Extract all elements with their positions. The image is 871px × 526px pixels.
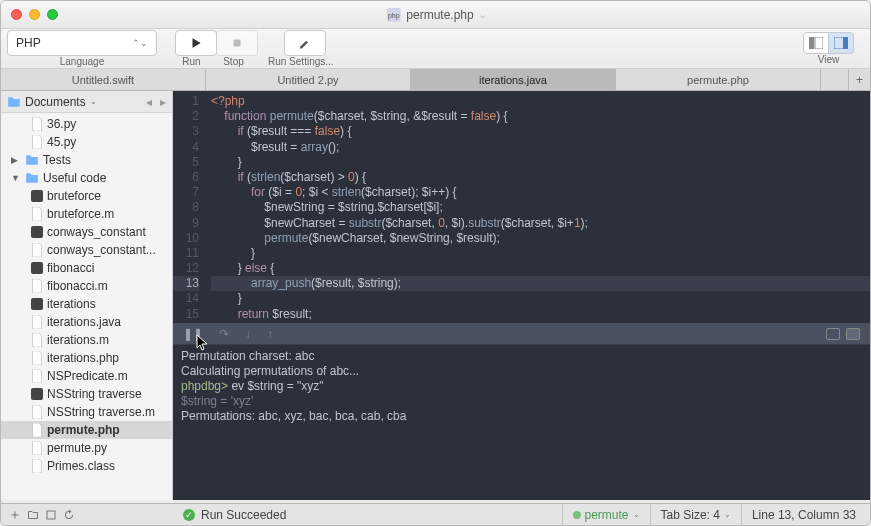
language-value: PHP [16, 36, 41, 50]
tree-file[interactable]: 36.py [1, 115, 172, 133]
success-icon: ✓ [183, 509, 195, 521]
action-icon[interactable] [45, 509, 57, 521]
tab[interactable]: Untitled 2.py [206, 69, 411, 90]
step-down-icon[interactable]: ↓ [245, 327, 251, 341]
tree-file[interactable]: conways_constant [1, 223, 172, 241]
tab[interactable]: permute.php [616, 69, 821, 90]
tree-file[interactable]: Primes.class [1, 457, 172, 475]
svg-rect-3 [809, 37, 814, 49]
step-up-icon[interactable]: ↑ [267, 327, 273, 341]
language-label: Language [60, 56, 105, 67]
tree-item-label: fibonacci.m [47, 279, 108, 293]
cursor-position-label: Line 13, Column 33 [752, 508, 856, 522]
tree-item-label: iterations.java [47, 315, 121, 329]
tab-size-chip[interactable]: Tab Size: 4⌄ [650, 504, 741, 526]
tree-item-label: permute.php [47, 423, 120, 437]
zoom-window-button[interactable] [47, 9, 58, 20]
language-select[interactable]: PHP ⌃⌄ [7, 30, 157, 56]
add-icon[interactable] [9, 509, 21, 521]
window-title: permute.php [406, 8, 473, 22]
tree-folder[interactable]: ▼Useful code [1, 169, 172, 187]
runner-chip[interactable]: permute⌄ [562, 504, 650, 526]
svg-rect-4 [815, 37, 823, 49]
status-bar: ✓ Run Succeeded permute⌄ Tab Size: 4⌄ Li… [1, 503, 870, 525]
tree-item-label: Tests [43, 153, 71, 167]
tree-file[interactable]: bruteforce.m [1, 205, 172, 223]
tab[interactable]: Untitled.swift [1, 69, 206, 90]
tree-file[interactable]: iterations [1, 295, 172, 313]
tree-file[interactable]: iterations.php [1, 349, 172, 367]
tree-item-label: NSPredicate.m [47, 369, 128, 383]
code-content[interactable]: <?php function permute($charset, $string… [205, 91, 870, 323]
svg-rect-10 [31, 298, 43, 310]
new-folder-icon[interactable] [27, 509, 39, 521]
title-bar: php permute.php ⌵ [1, 1, 870, 29]
minimize-window-button[interactable] [29, 9, 40, 20]
tree-file[interactable]: bruteforce [1, 187, 172, 205]
panel-toggle-2[interactable] [846, 328, 860, 340]
tree-file[interactable]: permute.php [1, 421, 172, 439]
tree-file[interactable]: conways_constant... [1, 241, 172, 259]
disclosure-icon[interactable]: ▶ [11, 155, 21, 165]
stop-button[interactable] [216, 30, 258, 56]
file-tree[interactable]: 36.py45.py▶Tests▼Useful codebruteforcebr… [1, 113, 172, 500]
close-window-button[interactable] [11, 9, 22, 20]
stop-label: Stop [213, 56, 255, 67]
exec-icon [31, 190, 43, 202]
cursor-position-chip[interactable]: Line 13, Column 33 [741, 504, 866, 526]
tree-item-label: bruteforce [47, 189, 101, 203]
toolbar: PHP ⌃⌄ Language RunStop Run Settings... … [1, 29, 870, 69]
debug-toolbar: ❚❚ ↷ ↓ ↑ [173, 323, 870, 345]
tree-item-label: NSString traverse [47, 387, 142, 401]
file-icon [31, 423, 43, 437]
panel-toggle-1[interactable] [826, 328, 840, 340]
tree-item-label: iterations [47, 297, 96, 311]
pause-icon[interactable]: ❚❚ [183, 327, 203, 341]
sidebar-header[interactable]: Documents ⌄ ◂▸ [1, 91, 172, 113]
tab[interactable]: iterations.java [411, 69, 616, 90]
file-icon [31, 369, 43, 383]
file-browser-sidebar: Documents ⌄ ◂▸ 36.py45.py▶Tests▼Useful c… [1, 91, 173, 500]
select-arrows-icon: ⌃⌄ [132, 38, 148, 48]
nav-forward-icon[interactable]: ▸ [160, 95, 166, 109]
nav-back-icon[interactable]: ◂ [146, 95, 152, 109]
disclosure-icon[interactable]: ▼ [11, 173, 21, 183]
tree-file[interactable]: NSPredicate.m [1, 367, 172, 385]
run-label: Run [171, 56, 213, 67]
tree-file[interactable]: fibonacci [1, 259, 172, 277]
file-icon [31, 459, 43, 473]
step-over-icon[interactable]: ↷ [219, 327, 229, 341]
run-settings-button[interactable] [284, 30, 326, 56]
svg-rect-12 [47, 511, 55, 519]
file-icon [31, 405, 43, 419]
tree-file[interactable]: permute.py [1, 439, 172, 457]
file-icon [31, 243, 43, 257]
tree-item-label: iterations.php [47, 351, 119, 365]
new-tab-button[interactable]: + [848, 69, 870, 90]
view-mode-toggle[interactable] [803, 32, 854, 54]
code-editor[interactable]: 123456789101112131415 <?php function per… [173, 91, 870, 323]
tree-file[interactable]: NSString traverse.m [1, 403, 172, 421]
view-right-button[interactable] [828, 32, 854, 54]
tree-file[interactable]: iterations.m [1, 331, 172, 349]
svg-rect-7 [31, 190, 43, 202]
run-settings-label: Run Settings... [268, 56, 334, 67]
tree-folder[interactable]: ▶Tests [1, 151, 172, 169]
tree-item-label: conways_constant... [47, 243, 156, 257]
tree-file[interactable]: fibonacci.m [1, 277, 172, 295]
folder-icon [25, 154, 39, 166]
tree-file[interactable]: NSString traverse [1, 385, 172, 403]
refresh-icon[interactable] [63, 509, 75, 521]
run-status: ✓ Run Succeeded [183, 508, 286, 522]
exec-icon [31, 262, 43, 274]
tree-item-label: iterations.m [47, 333, 109, 347]
line-gutter[interactable]: 123456789101112131415 [173, 91, 205, 323]
folder-icon [7, 96, 21, 108]
tree-file[interactable]: 45.py [1, 133, 172, 151]
debug-console[interactable]: Permutation charset: abcCalculating perm… [173, 345, 870, 500]
tree-file[interactable]: iterations.java [1, 313, 172, 331]
run-button[interactable] [175, 30, 217, 56]
view-left-button[interactable] [803, 32, 829, 54]
dropdown-chevron-icon[interactable]: ⌵ [480, 10, 485, 20]
sidebar-dropdown-icon[interactable]: ⌄ [90, 97, 97, 106]
